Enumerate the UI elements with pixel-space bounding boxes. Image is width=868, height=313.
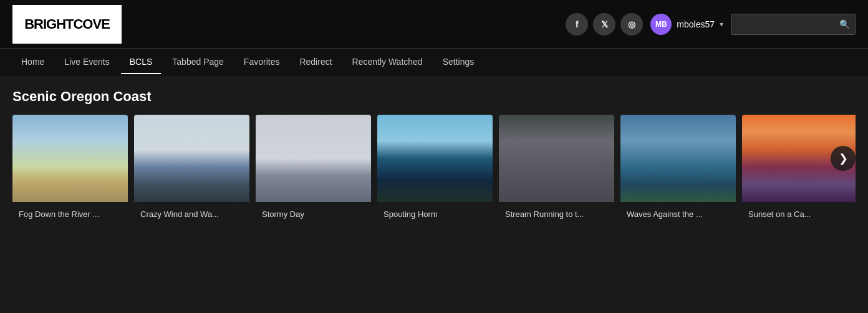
search-button[interactable]: 🔍 — [839, 19, 850, 29]
search-input[interactable] — [736, 19, 839, 29]
avatar: MB — [650, 14, 672, 35]
video-thumb-4 — [377, 115, 493, 202]
user-dropdown-arrow: ▾ — [720, 20, 723, 29]
video-card[interactable]: Sunset on a Ca... — [742, 115, 856, 226]
nav-item-settings[interactable]: Settings — [434, 51, 483, 74]
search-box[interactable]: 🔍 — [731, 14, 856, 35]
video-card[interactable]: Fog Down the River ... — [12, 115, 128, 226]
instagram-button[interactable]: ◎ — [620, 13, 643, 36]
video-title: Stormy Day — [256, 202, 371, 226]
facebook-icon: f — [576, 19, 579, 29]
nav-bar: Home Live Events BCLS Tabbed Page Favori… — [0, 49, 868, 76]
instagram-icon: ◎ — [628, 19, 635, 29]
video-thumb-1 — [12, 115, 128, 202]
facebook-button[interactable]: f — [566, 13, 588, 36]
header-right: f 𝕏 ◎ MB mboles57 ▾ 🔍 — [566, 13, 856, 36]
chevron-right-icon: ❯ — [839, 152, 848, 165]
video-card[interactable]: Stream Running to t... — [499, 115, 614, 226]
video-thumb-5 — [499, 115, 614, 202]
twitter-button[interactable]: 𝕏 — [593, 13, 615, 36]
logo-text: BRIGHTCOVE — [24, 17, 110, 31]
video-title: Spouting Horm — [377, 202, 493, 226]
video-card[interactable]: Waves Against the ... — [620, 115, 736, 226]
nav-item-tabbed-page[interactable]: Tabbed Page — [163, 51, 233, 74]
video-card[interactable]: Crazy Wind and Wa... — [134, 115, 249, 226]
video-thumb-2 — [134, 115, 249, 202]
video-thumb-6 — [620, 115, 736, 202]
header: BRIGHTCOVE f 𝕏 ◎ MB mboles57 ▾ 🔍 — [0, 0, 868, 49]
social-icons: f 𝕏 ◎ — [566, 13, 643, 36]
nav-item-home[interactable]: Home — [12, 51, 53, 74]
nav-item-live-events[interactable]: Live Events — [55, 51, 118, 74]
video-card[interactable]: Spouting Horm — [377, 115, 493, 226]
main-content: Scenic Oregon Coast Fog Down the River .… — [0, 76, 868, 238]
video-carousel: Fog Down the River ...Crazy Wind and Wa.… — [12, 115, 856, 226]
username-label: mboles57 — [677, 19, 715, 29]
nav-item-redirect[interactable]: Redirect — [291, 51, 340, 74]
video-title: Stream Running to t... — [499, 202, 614, 226]
video-card[interactable]: Stormy Day — [256, 115, 371, 226]
video-title: Sunset on a Ca... — [742, 202, 856, 226]
video-thumb-3 — [256, 115, 371, 202]
video-title: Waves Against the ... — [620, 202, 736, 226]
nav-item-favorites[interactable]: Favorites — [235, 51, 289, 74]
section-title: Scenic Oregon Coast — [12, 89, 856, 105]
nav-item-bcls[interactable]: BCLS — [121, 51, 162, 74]
logo-box: BRIGHTCOVE — [12, 5, 122, 44]
video-title: Fog Down the River ... — [12, 202, 128, 226]
nav-item-recently-watched[interactable]: Recently Watched — [344, 51, 432, 74]
twitter-icon: 𝕏 — [601, 19, 608, 29]
search-icon: 🔍 — [839, 19, 850, 29]
video-title: Crazy Wind and Wa... — [134, 202, 249, 226]
carousel-track: Fog Down the River ...Crazy Wind and Wa.… — [12, 115, 856, 226]
logo-area: BRIGHTCOVE — [12, 5, 122, 44]
carousel-next-button[interactable]: ❯ — [831, 146, 856, 171]
user-area[interactable]: MB mboles57 ▾ — [650, 14, 723, 35]
